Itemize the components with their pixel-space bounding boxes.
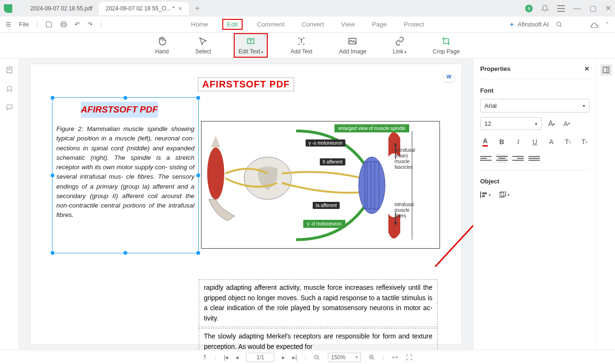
decrease-font-icon[interactable]: A▾ xyxy=(562,119,572,129)
comment-icon[interactable] xyxy=(6,104,13,111)
menu-convert[interactable]: Convert xyxy=(299,19,327,30)
svg-rect-3 xyxy=(62,22,66,24)
close-icon[interactable]: ✕ xyxy=(584,65,589,72)
tool-add-text[interactable]: Add Text xyxy=(287,34,316,57)
font-case-icon[interactable]: A xyxy=(546,137,556,147)
tool-edit-text[interactable]: Edit Text▾ xyxy=(234,33,268,58)
minimize-icon[interactable]: — xyxy=(573,4,581,13)
text-color-icon[interactable]: A xyxy=(480,137,490,147)
bold-icon[interactable]: B xyxy=(497,137,507,147)
tool-label: Add Text xyxy=(290,48,312,55)
first-page-icon[interactable]: ⤒ xyxy=(202,354,207,361)
bookmark-icon[interactable] xyxy=(6,85,13,93)
search-icon[interactable] xyxy=(555,21,562,28)
print-icon[interactable] xyxy=(60,21,67,28)
tool-link[interactable]: Link▾ xyxy=(389,34,410,57)
tab-inactive[interactable]: 2024-09-07 02 18 55.pdf xyxy=(24,2,99,15)
fig-text: intrafusal muscle fibers xyxy=(395,202,421,219)
svg-rect-1 xyxy=(557,8,565,9)
page-input[interactable]: 1/1 xyxy=(246,353,274,362)
last-icon[interactable]: ▸| xyxy=(292,354,297,361)
menu-edit[interactable]: Edit xyxy=(222,19,243,30)
properties-title: Properties xyxy=(480,65,510,72)
font-family-select[interactable]: Arial ▾ xyxy=(480,99,589,113)
add-tab-button[interactable]: ＋ xyxy=(193,3,201,13)
subscript-icon[interactable]: T1 xyxy=(580,137,589,147)
cloud-icon[interactable] xyxy=(590,21,598,28)
tool-crop[interactable]: Crop Page xyxy=(429,34,464,57)
menu-comment[interactable]: Comment xyxy=(254,19,288,30)
font-size-select[interactable]: 12 ▾ xyxy=(480,117,542,130)
maximize-icon[interactable]: ▢ xyxy=(589,4,597,13)
align-left-icon[interactable] xyxy=(480,154,492,163)
close-icon[interactable]: × xyxy=(178,5,182,12)
menu-home[interactable]: Home xyxy=(188,19,211,30)
ai-label: Afirstsoft AI xyxy=(518,21,549,28)
font-section-label: Font xyxy=(480,87,589,94)
text-block[interactable]: The slowly adapting Merkel's receptors a… xyxy=(199,328,438,350)
increase-font-icon[interactable]: A▴ xyxy=(546,119,557,129)
fullscreen-icon[interactable] xyxy=(406,354,413,361)
crop-icon xyxy=(441,36,451,46)
properties-panel: Properties ✕ Font Arial ▾ 12 ▾ A▴ A▾ A B… xyxy=(473,59,596,350)
svg-rect-4 xyxy=(62,25,66,27)
fig-label: γ -s motoneuron xyxy=(306,139,345,147)
tool-label: Add Image xyxy=(339,48,366,55)
svg-rect-24 xyxy=(480,191,481,198)
menu-protect[interactable]: Protect xyxy=(401,19,427,30)
image-icon xyxy=(347,36,358,46)
word-copilot-icon[interactable]: W xyxy=(444,71,454,82)
svg-rect-25 xyxy=(482,192,487,194)
collapse-icon[interactable]: ⌃ xyxy=(605,21,609,27)
svg-rect-26 xyxy=(482,195,485,197)
thumbnails-icon[interactable] xyxy=(6,66,13,74)
file-menu[interactable]: File xyxy=(19,21,29,28)
tool-label: Edit Text▾ xyxy=(238,48,263,55)
align-center-icon[interactable] xyxy=(496,154,508,163)
doc-title[interactable]: AFIRSTSOFT PDF xyxy=(198,78,294,91)
text-block[interactable]: rapidly adapting afferent activity, musc… xyxy=(199,279,438,327)
tool-hand[interactable]: Hand xyxy=(151,34,173,57)
align-justify-icon[interactable] xyxy=(528,154,540,163)
close-window-icon[interactable]: ✕ xyxy=(605,4,611,13)
prev-icon[interactable]: ◂ xyxy=(236,354,238,361)
ai-button[interactable]: ✦ Afirstsoft AI xyxy=(509,21,549,28)
underline-icon[interactable]: U xyxy=(530,137,540,147)
fit-width-icon[interactable] xyxy=(392,354,398,361)
tool-select[interactable]: Select xyxy=(192,34,215,57)
font-size-value: 12 xyxy=(484,120,491,127)
align-objects-icon[interactable]: ▾ xyxy=(480,190,491,200)
svg-line-33 xyxy=(317,358,319,359)
next-icon[interactable]: ▸ xyxy=(282,354,285,361)
redo-icon[interactable]: ↷ xyxy=(88,21,93,28)
arrange-objects-icon[interactable]: ▾ xyxy=(499,190,510,200)
tool-add-image[interactable]: Add Image xyxy=(335,34,370,57)
tool-label: Crop Page xyxy=(433,48,460,55)
zoom-out-icon[interactable] xyxy=(314,354,320,361)
fig-label: enlarged view of muscle spindle xyxy=(334,124,409,132)
menu-view[interactable]: View xyxy=(338,19,358,30)
svg-point-12 xyxy=(359,157,385,214)
properties-toggle-icon[interactable] xyxy=(600,64,612,76)
fig-text: extrafusal (main) muscle fascicles xyxy=(395,147,421,170)
first-icon[interactable]: |◂ xyxy=(224,354,228,361)
zoom-select[interactable]: 150% ▾ xyxy=(328,353,361,362)
svg-rect-0 xyxy=(557,5,565,6)
hamburger-icon[interactable]: ☰ xyxy=(6,21,11,28)
hamburger-icon[interactable] xyxy=(557,5,565,12)
save-icon[interactable] xyxy=(45,21,53,28)
zoom-in-icon[interactable] xyxy=(369,354,375,361)
sel-heading: AFIRSTSOFT PDF xyxy=(81,102,158,118)
italic-icon[interactable]: I xyxy=(513,137,523,147)
bell-icon[interactable] xyxy=(541,5,549,12)
svg-point-5 xyxy=(557,22,561,26)
align-right-icon[interactable] xyxy=(512,154,524,163)
tab-active[interactable]: 2024-09-07 02 18 55_O... * × xyxy=(99,2,189,15)
text-selection-box[interactable]: AFIRSTSOFT PDF Figure 2: Mammalian muscl… xyxy=(52,97,199,253)
undo-icon[interactable]: ↶ xyxy=(75,21,80,28)
pdf-page[interactable]: AFIRSTSOFT PDF W AFIRSTSOFT PDF Figure 2… xyxy=(31,64,461,344)
zoom-value: 150% xyxy=(331,354,346,361)
user-badge[interactable]: a xyxy=(525,5,533,12)
menu-page[interactable]: Page xyxy=(369,19,390,30)
superscript-icon[interactable]: T1 xyxy=(563,137,573,147)
